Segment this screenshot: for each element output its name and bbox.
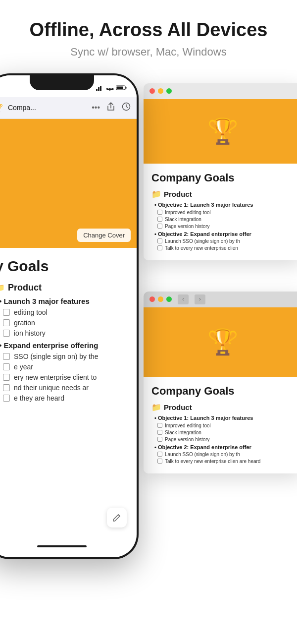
- desktop-checkbox-5[interactable]: [157, 245, 162, 250]
- phone-checkbox-6[interactable]: [3, 374, 10, 381]
- desktop-cb-5: Talk to every new enterprise clien: [157, 245, 294, 251]
- desktop-obj2-top: • Objective 2: Expand enterprise offer: [154, 231, 294, 237]
- svg-rect-1: [98, 87, 99, 91]
- phone-mockup: 🏆 Compa... •••: [0, 73, 139, 559]
- trophy-icon-bottom: 🏆: [207, 328, 238, 356]
- desktop-b-checkbox-1[interactable]: [157, 423, 162, 428]
- svg-point-3: [109, 90, 110, 91]
- phone-browser-actions: •••: [92, 102, 131, 113]
- desktop-cb-label-2: Slack integration: [165, 217, 201, 222]
- phone-checkbox-5[interactable]: [3, 363, 10, 370]
- phone-checkbox-7[interactable]: [3, 384, 10, 391]
- phone-checkbox-2[interactable]: [3, 319, 10, 326]
- desktop-obj2-bottom: • Objective 2: Expand enterprise offer: [154, 444, 294, 450]
- desktop-b-checkbox-5[interactable]: [157, 459, 162, 464]
- traffic-light-green[interactable]: [166, 88, 172, 94]
- desktop-content-top: 🏆 Company Goals 📁 Product • Objective 1:…: [144, 99, 297, 260]
- change-cover-button[interactable]: Change Cover: [77, 229, 131, 242]
- desktop-b-checkbox-2[interactable]: [157, 430, 162, 435]
- desktop-browser-top: 🏆 Company Goals 📁 Product • Objective 1:…: [144, 83, 297, 260]
- desktop-b-checkbox-4[interactable]: [157, 452, 162, 457]
- phone-checkbox-label-8: e they are heard: [14, 394, 64, 402]
- traffic-light-green-2[interactable]: [166, 296, 172, 302]
- desktop-b-cb-label-2: Slack integration: [165, 430, 201, 435]
- desktop-cb-2: Slack integration: [157, 217, 294, 222]
- desktop-checkbox-2[interactable]: [157, 217, 162, 222]
- forward-button[interactable]: ›: [195, 294, 205, 304]
- desktop-section-title-bottom: Product: [164, 403, 192, 411]
- trophy-icon-top: 🏆: [207, 117, 238, 146]
- desktop-checkbox-1[interactable]: [157, 210, 162, 215]
- traffic-light-yellow[interactable]: [158, 88, 163, 94]
- traffic-light-red-2[interactable]: [149, 296, 155, 302]
- phone-checkbox-label-3: ion history: [14, 329, 46, 337]
- back-button[interactable]: ‹: [178, 294, 189, 304]
- history-icon[interactable]: [122, 102, 131, 113]
- desktop-cb-label-4: Launch SSO (single sign on) by th: [165, 238, 240, 244]
- desktop-cb-3: Page version history: [157, 224, 294, 229]
- desktop-checkbox-4[interactable]: [157, 238, 162, 243]
- phone-browser-bar: 🏆 Compa... •••: [0, 97, 137, 119]
- wifi-icon: [106, 85, 114, 92]
- phone-objective1: • Launch 3 major features: [0, 297, 129, 305]
- phone-checkbox-item-5: e year: [3, 363, 129, 371]
- desktop-b-cb-label-1: Improved editing tool: [165, 423, 211, 428]
- svg-rect-2: [100, 86, 101, 91]
- phone-checkbox-item-4: SSO (single sign on) by the: [3, 352, 129, 360]
- phone-bottom-bar: [0, 545, 137, 547]
- desktop-section-icon-bottom: 📁: [151, 403, 161, 412]
- desktop-section-header-bottom: 📁 Product: [151, 403, 294, 412]
- desktop-b-cb-label-5: Talk to every new enterprise clien are h…: [165, 459, 260, 464]
- signal-icon: [96, 85, 104, 92]
- phone-inner: 🏆 Compa... •••: [0, 75, 137, 557]
- desktop-b-cb-label-4: Launch SSO (single sign on) by th: [165, 452, 240, 457]
- desktop-cb-label-3: Page version history: [165, 224, 210, 229]
- desktop-b-cb-3: Page version history: [157, 437, 294, 442]
- devices-container: 🏆 Compa... •••: [0, 73, 297, 619]
- phone-edit-fab[interactable]: [107, 508, 127, 527]
- share-icon[interactable]: [107, 102, 115, 113]
- phone-section-title: Product: [8, 283, 42, 293]
- desktop-section-title-top: Product: [164, 190, 192, 198]
- more-icon[interactable]: •••: [92, 103, 100, 112]
- phone-document-content: y Goals 📁 Product • Launch 3 major featu…: [0, 248, 137, 414]
- desktop-b-cb-5: Talk to every new enterprise clien are h…: [157, 459, 294, 464]
- traffic-light-yellow-2[interactable]: [158, 296, 163, 302]
- phone-objective2: • Expand enterprise offering: [0, 341, 129, 350]
- desktop-checkbox-3[interactable]: [157, 224, 162, 229]
- phone-checkbox-label-1: editing tool: [14, 308, 48, 316]
- desktop-cb-1: Improved editing tool: [157, 210, 294, 215]
- main-subtitle: Sync w/ browser, Mac, Windows: [10, 46, 287, 59]
- phone-checkbox-label-7: nd their unique needs ar: [14, 384, 89, 392]
- svg-rect-6: [117, 87, 123, 89]
- desktop-b-checkbox-3[interactable]: [157, 437, 162, 442]
- phone-checkbox-label-4: SSO (single sign on) by the: [14, 352, 98, 360]
- phone-checkbox-4[interactable]: [3, 353, 10, 360]
- phone-doc-title: y Goals: [0, 258, 129, 275]
- svg-rect-5: [126, 87, 127, 89]
- phone-home-indicator: [37, 545, 87, 547]
- desktop-b-cb-2: Slack integration: [157, 430, 294, 435]
- phone-checkbox-1[interactable]: [3, 309, 10, 316]
- desktop-title-bar-top: [144, 83, 297, 99]
- desktop-doc-content-bottom: Company Goals 📁 Product • Objective 1: L…: [144, 377, 297, 473]
- phone-checkbox-item-8: e they are heard: [3, 394, 129, 402]
- phone-cover-area: Change Cover: [0, 119, 137, 248]
- phone-checkbox-label-5: e year: [14, 363, 33, 371]
- desktop-doc-content-top: Company Goals 📁 Product • Objective 1: L…: [144, 164, 297, 260]
- phone-tab-icon: 🏆: [0, 103, 3, 113]
- desktop-title-bar-bottom: ‹ ›: [144, 292, 297, 307]
- phone-notch: [30, 75, 94, 90]
- desktop-cb-label-5: Talk to every new enterprise clien: [165, 245, 238, 251]
- phone-tab-title: Compa...: [8, 104, 36, 112]
- phone-checkbox-8[interactable]: [3, 395, 10, 402]
- desktop-obj1-top: • Objective 1: Launch 3 major features: [154, 202, 294, 208]
- desktop-browser-bottom: ‹ › 🏆 Company Goals 📁 Product • Objectiv…: [144, 292, 297, 473]
- phone-section-icon: 📁: [0, 283, 5, 293]
- traffic-light-red[interactable]: [149, 88, 155, 94]
- battery-icon: [116, 85, 127, 92]
- desktop-cover-top: 🏆: [144, 99, 297, 164]
- desktop-cb-4: Launch SSO (single sign on) by th: [157, 238, 294, 244]
- phone-checkbox-3[interactable]: [3, 330, 10, 337]
- phone-checkbox-label-2: gration: [14, 319, 35, 327]
